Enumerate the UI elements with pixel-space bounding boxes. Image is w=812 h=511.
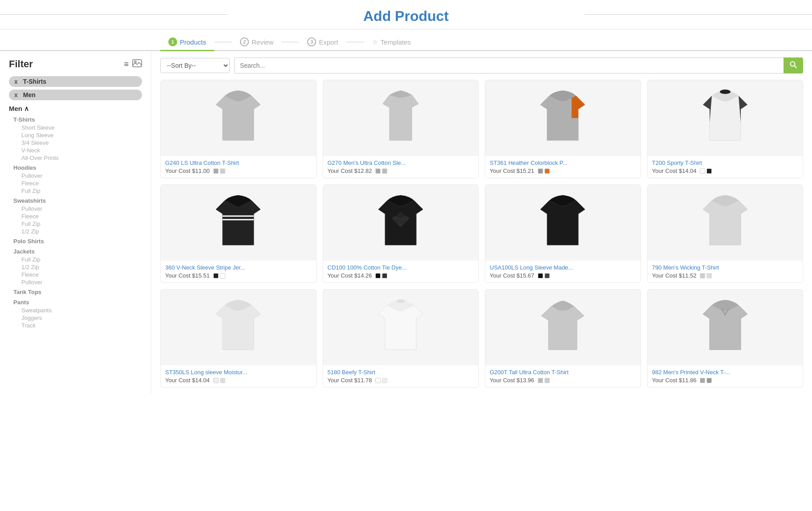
tab-label-templates: Templates <box>381 38 411 46</box>
remove-tshirts-btn[interactable]: x <box>14 78 18 85</box>
product-info-4: T200 Sporty T-Shirt Your Cost $14.04 <box>648 156 803 178</box>
sub-hoodies-fleece[interactable]: Fleece <box>9 180 142 187</box>
product-name-4: T200 Sporty T-Shirt <box>652 159 799 166</box>
product-img-4 <box>648 80 803 156</box>
search-wrapper <box>234 57 803 74</box>
sub-jackets-fleece[interactable]: Fleece <box>9 271 142 278</box>
sub-joggers[interactable]: Joggers <box>9 314 142 322</box>
sub-3-4-sleeve[interactable]: 3/4 Sleeve <box>9 139 142 147</box>
filter-header: Filter ≡ <box>9 58 142 70</box>
svg-point-7 <box>396 299 405 303</box>
sub-sweatshirts-fleece[interactable]: Fleece <box>9 213 142 220</box>
tab-templates[interactable]: ☆ Templates <box>364 35 419 49</box>
svg-point-4 <box>720 90 731 94</box>
product-card-4[interactable]: T200 Sporty T-Shirt Your Cost $14.04 <box>647 80 804 178</box>
category-pants-label[interactable]: Pants <box>9 298 142 307</box>
product-cost-10: Your Cost $11.78 <box>328 377 474 384</box>
sort-select[interactable]: --Sort By-- Price: Low to High Price: Hi… <box>160 58 230 73</box>
product-cost-8: Your Cost $11.52 <box>652 272 799 279</box>
tab-sep-3 <box>346 42 364 42</box>
category-hoodies-label[interactable]: Hoodies <box>9 164 142 172</box>
sub-hoodies-fullzip[interactable]: Full Zip <box>9 187 142 195</box>
product-name-8: 790 Men's Wicking T-Shirt <box>652 264 799 271</box>
sub-sweatshirts-halfzip[interactable]: 1/2 Zip <box>9 228 142 235</box>
tab-number-export: 3 <box>307 37 316 46</box>
tab-review[interactable]: 2 Review <box>232 34 281 50</box>
product-card-9[interactable]: ST350LS Long sleeve Moistur... Your Cost… <box>160 289 317 388</box>
tab-sep-1 <box>214 42 232 42</box>
product-img-12 <box>648 290 803 365</box>
active-filter-men-label: Men <box>23 91 36 98</box>
filter-image-icon[interactable] <box>132 59 142 69</box>
filter-title: Filter <box>9 58 33 70</box>
product-cost-4: Your Cost $14.04 <box>652 168 799 174</box>
category-jackets: Jackets Full Zip 1/2 Zip Fleece Pullover <box>9 247 142 286</box>
product-cost-6: Your Cost $14.26 <box>328 272 474 279</box>
product-img-9 <box>161 290 316 365</box>
product-card-3[interactable]: ST361 Heather Colorblock P... Your Cost … <box>485 80 641 178</box>
product-card-1[interactable]: G240 LS Ultra Cotton T-Shirt Your Cost $… <box>160 80 317 178</box>
sub-hoodies-pullover[interactable]: Pullover <box>9 172 142 180</box>
category-tanktops-label[interactable]: Tank Tops <box>9 288 142 296</box>
product-name-11: G200T Tall Ultra Cotton T-Shirt <box>490 369 636 376</box>
category-jackets-label[interactable]: Jackets <box>9 247 142 256</box>
product-info-2: G270 Men's Ultra Cotton Sle... Your Cost… <box>323 156 479 178</box>
sub-sweatshirts-pullover[interactable]: Pullover <box>9 205 142 213</box>
active-filter-men[interactable]: x Men <box>9 90 142 100</box>
category-polo: Polo Shirts <box>9 237 142 245</box>
category-sweatshirts: Sweatshirts Pullover Fleece Full Zip 1/2… <box>9 196 142 235</box>
product-card-7[interactable]: USA100LS Long Sleeve Made... Your Cost $… <box>485 184 641 283</box>
product-img-5 <box>161 185 316 261</box>
tab-export[interactable]: 3 Export <box>299 34 346 50</box>
product-card-11[interactable]: G200T Tall Ultra Cotton T-Shirt Your Cos… <box>485 289 641 388</box>
product-img-11 <box>485 290 641 365</box>
tab-label-export: Export <box>319 38 338 46</box>
sub-sweatshirts-fullzip[interactable]: Full Zip <box>9 220 142 228</box>
product-name-5: 360 V-Neck Sleeve Stripe Jer... <box>165 264 312 271</box>
search-input[interactable] <box>234 57 784 74</box>
sub-track[interactable]: Track <box>9 322 142 329</box>
product-card-12[interactable]: 982 Men's Printed V-Neck T-... Your Cost… <box>647 289 804 388</box>
sub-short-sleeve[interactable]: Short Sleeve <box>9 124 142 131</box>
product-card-5[interactable]: 360 V-Neck Sleeve Stripe Jer... Your Cos… <box>160 184 317 283</box>
tab-label-products: Products <box>180 38 206 46</box>
product-card-8[interactable]: 790 Men's Wicking T-Shirt Your Cost $11.… <box>647 184 804 283</box>
remove-men-btn[interactable]: x <box>14 91 18 98</box>
product-img-1 <box>161 80 316 156</box>
sub-jackets-fullzip[interactable]: Full Zip <box>9 256 142 263</box>
product-name-6: CD100 100% Cotton Tie Dye... <box>328 264 474 271</box>
product-cost-7: Your Cost $15.67 <box>490 272 636 279</box>
tab-products[interactable]: 1 Products <box>160 34 214 51</box>
product-info-3: ST361 Heather Colorblock P... Your Cost … <box>485 156 641 178</box>
category-polo-label[interactable]: Polo Shirts <box>9 237 142 245</box>
sub-jackets-halfzip[interactable]: 1/2 Zip <box>9 263 142 271</box>
sidebar: Filter ≡ x T-Shirts x Men Men ∧ <box>0 51 151 394</box>
category-tshirts: T-Shirts Short Sleeve Long Sleeve 3/4 Sl… <box>9 115 142 162</box>
sub-jackets-pullover[interactable]: Pullover <box>9 278 142 286</box>
category-tshirts-label[interactable]: T-Shirts <box>9 115 142 124</box>
sub-vneck[interactable]: V-Neck <box>9 147 142 154</box>
product-card-6[interactable]: CD100 100% Cotton Tie Dye... Your Cost $… <box>323 184 479 283</box>
product-name-12: 982 Men's Printed V-Neck T-... <box>652 369 799 376</box>
sub-allover-prints[interactable]: All-Over Prints <box>9 154 142 162</box>
search-button[interactable] <box>784 57 803 74</box>
product-cost-9: Your Cost $14.04 <box>165 377 312 384</box>
product-card-10[interactable]: 5180 Beefy T-Shirt Your Cost $11.78 <box>323 289 479 388</box>
category-pants: Pants Sweatpants Joggers Track <box>9 298 142 329</box>
tabs-bar: 1 Products 2 Review 3 Export ☆ Templates <box>0 29 812 51</box>
product-img-3 <box>485 80 641 156</box>
svg-line-3 <box>795 66 797 68</box>
sub-sweatpants[interactable]: Sweatpants <box>9 307 142 314</box>
product-cost-2: Your Cost $12.82 <box>328 168 474 174</box>
page-title: Add Product <box>0 8 812 25</box>
active-filter-tshirts-label: T-Shirts <box>23 78 46 85</box>
product-name-2: G270 Men's Ultra Cotton Sle... <box>328 159 474 166</box>
category-sweatshirts-label[interactable]: Sweatshirts <box>9 196 142 205</box>
sub-long-sleeve[interactable]: Long Sleeve <box>9 131 142 139</box>
product-card-2[interactable]: G270 Men's Ultra Cotton Sle... Your Cost… <box>323 80 479 178</box>
men-section-header[interactable]: Men ∧ <box>9 105 142 113</box>
product-cost-12: Your Cost $11.86 <box>652 377 799 384</box>
active-filter-tshirts[interactable]: x T-Shirts <box>9 76 142 87</box>
filter-adjust-icon[interactable]: ≡ <box>124 60 129 69</box>
product-cost-11: Your Cost $13.96 <box>490 377 636 384</box>
